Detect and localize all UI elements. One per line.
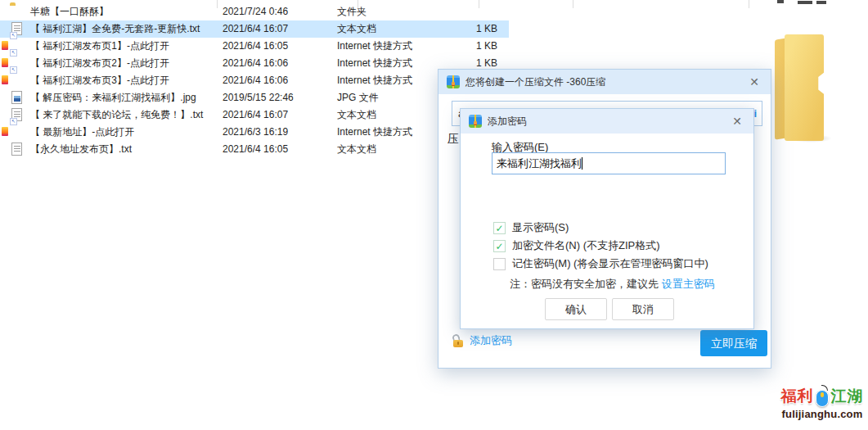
lock-icon <box>452 334 465 347</box>
file-type: 文本文档 <box>337 106 376 124</box>
clipped-text-fragment <box>777 0 784 3</box>
add-password-link-label: 添加密码 <box>470 333 512 348</box>
add-password-link[interactable]: 添加密码 <box>452 333 512 348</box>
file-row[interactable]: 【 福利江湖发布页1】-点此打开 2021/6/4 16:05 Internet… <box>0 38 509 55</box>
logo-text-part1: 福利 <box>781 386 814 407</box>
file-name: 【 最新地址】-点此打开 <box>30 124 134 141</box>
desktop-folder-icon[interactable] <box>775 34 824 143</box>
file-date: 2021/6/4 16:07 <box>223 20 288 38</box>
dialog-title: 添加密码 <box>488 115 527 129</box>
checkbox-label: 加密文件名(N) (不支持ZIP格式) <box>512 238 660 253</box>
file-type: 文本文档 <box>337 20 376 38</box>
checkbox-encrypt-filenames[interactable]: ✓ 加密文件名(N) (不支持ZIP格式) <box>493 238 660 253</box>
file-type: Internet 快捷方式 <box>337 124 412 141</box>
checkbox-unchecked-icon[interactable] <box>493 258 506 270</box>
password-input[interactable]: 来福利江湖找福利 <box>492 152 726 174</box>
set-master-password-link[interactable]: 设置主密码 <box>662 278 715 290</box>
file-row[interactable]: 【 福利江湖发布页2】-点此打开 2021/6/4 16:06 Internet… <box>0 55 509 72</box>
file-type: JPG 文件 <box>337 89 379 106</box>
file-name: 【 福利江湖发布页2】-点此打开 <box>30 55 169 72</box>
file-date: 2021/6/4 16:07 <box>223 106 288 124</box>
file-name: 【 福利江湖发布页1】-点此打开 <box>30 38 169 55</box>
file-name: 【永久地址发布页】.txt <box>30 141 132 158</box>
compress-now-button[interactable]: 立即压缩 <box>700 330 767 356</box>
jpg-file-icon <box>11 91 22 104</box>
file-date: 2021/6/4 16:06 <box>223 72 288 89</box>
file-date: 2021/6/4 16:06 <box>223 55 288 72</box>
clipped-text-fragment <box>816 1 826 4</box>
file-name: 【 福利江湖】全免费-无套路-更新快.txt <box>30 20 200 38</box>
file-row[interactable]: 【 最新地址】-点此打开 2021/6/3 16:19 Internet 快捷方… <box>0 124 509 141</box>
logo-text-part2: 江湖 <box>831 386 864 407</box>
file-list: 半糖【一口酥酥】 2021/7/24 0:46 文件夹 【 福利江湖】全免费-无… <box>0 3 509 158</box>
column-divider <box>573 0 573 8</box>
checkbox-show-password[interactable]: ✓ 显示密码(S) <box>493 220 569 235</box>
file-row[interactable]: 【 解压密码：来福利江湖找福利】.jpg 2019/5/15 22:46 JPG… <box>0 89 509 106</box>
file-row[interactable]: 【永久地址发布页】.txt 2021/6/4 16:05 文本文档 <box>0 141 509 158</box>
file-type: 文本文档 <box>337 141 376 158</box>
file-row-selected[interactable]: 【 福利江湖】全免费-无套路-更新快.txt 2021/6/4 16:07 文本… <box>0 20 509 38</box>
file-name: 【 福利江湖发布页3】-点此打开 <box>30 72 169 89</box>
file-row[interactable]: 半糖【一口酥酥】 2021/7/24 0:46 文件夹 <box>0 3 509 20</box>
password-value: 来福利江湖找福利 <box>497 157 582 170</box>
site-logo: 福利 江湖 fulijianghu.com <box>780 383 865 420</box>
dialog-title: 您将创建一个压缩文件 -360压缩 <box>465 75 605 89</box>
file-row[interactable]: 【 福利江湖发布页3】-点此打开 2021/6/4 16:06 Internet… <box>0 72 509 89</box>
file-name: 【 解压密码：来福利江湖找福利】.jpg <box>30 89 196 106</box>
cancel-button[interactable]: 取消 <box>612 298 674 320</box>
file-date: 2021/6/4 16:05 <box>223 38 288 55</box>
checkbox-label: 显示密码(S) <box>512 220 569 235</box>
dialog-titlebar: 添加密码 ✕ <box>461 109 753 134</box>
checkbox-checked-icon[interactable]: ✓ <box>493 222 506 234</box>
file-type: Internet 快捷方式 <box>337 72 412 89</box>
checkbox-checked-icon[interactable]: ✓ <box>493 240 506 252</box>
file-row[interactable]: 【 来了就能下载的论坛，纯免费！】.txt 2021/6/4 16:07 文本文… <box>0 106 509 124</box>
password-security-note: 注：密码没有安全加密，建议先 设置主密码 <box>510 277 715 292</box>
close-icon[interactable]: ✕ <box>746 74 762 90</box>
file-size: 1 KB <box>434 38 497 55</box>
close-icon[interactable]: ✕ <box>729 113 745 129</box>
file-type: Internet 快捷方式 <box>337 55 412 72</box>
file-type: Internet 快捷方式 <box>337 38 412 55</box>
add-password-dialog: 添加密码 ✕ 输入密码(E) 来福利江湖找福利 ✓ 显示密码(S) ✓ 加密文件… <box>460 108 754 329</box>
checkbox-remember-password[interactable]: 记住密码(M) (将会显示在管理密码窗口中) <box>493 256 708 271</box>
file-name: 【 来了就能下载的论坛，纯免费！】.txt <box>30 106 203 124</box>
360zip-icon <box>469 115 482 128</box>
text-file-icon <box>11 143 22 156</box>
desktop-explorer-view: 半糖【一口酥酥】 2021/7/24 0:46 文件夹 【 福利江湖】全免费-无… <box>0 0 868 430</box>
clipped-compress-label: 压 <box>447 132 459 147</box>
checkbox-label: 记住密码(M) (将会显示在管理密码窗口中) <box>512 256 708 271</box>
confirm-button[interactable]: 确认 <box>545 298 607 320</box>
file-date: 2021/6/4 16:05 <box>223 141 288 158</box>
column-divider <box>749 0 749 8</box>
file-size: 1 KB <box>434 20 497 38</box>
file-date: 2021/6/3 16:19 <box>223 124 288 141</box>
dialog-titlebar: 您将创建一个压缩文件 -360压缩 ✕ <box>438 70 771 94</box>
note-text: 注：密码没有安全加密，建议先 <box>510 278 662 290</box>
clipped-text-fragment <box>798 1 812 4</box>
file-type: 文件夹 <box>337 3 367 20</box>
file-name: 半糖【一口酥酥】 <box>30 3 109 20</box>
file-date: 2019/5/15 22:46 <box>223 89 294 106</box>
logo-domain: fulijianghu.com <box>780 408 865 420</box>
360zip-icon <box>447 75 460 88</box>
file-date: 2021/7/24 0:46 <box>223 3 288 20</box>
folder-front <box>785 34 824 141</box>
mouse-icon <box>815 386 830 408</box>
text-cursor <box>582 157 582 170</box>
